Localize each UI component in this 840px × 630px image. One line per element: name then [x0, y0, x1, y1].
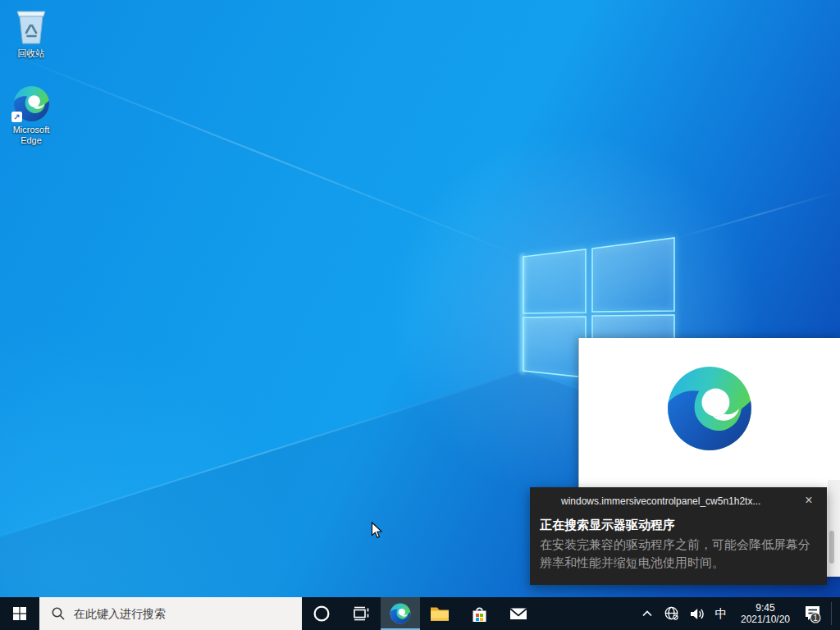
show-desktop-button[interactable] [834, 597, 840, 630]
file-explorer-icon [429, 603, 450, 624]
shortcut-arrow-icon: ↗ [11, 112, 22, 122]
light-ray [0, 49, 527, 259]
edge-logo-icon [666, 365, 753, 455]
light-ray [674, 190, 840, 240]
cortana-button[interactable] [302, 597, 341, 630]
logo-glow [521, 254, 524, 373]
ime-indicator[interactable]: 中 [709, 597, 733, 630]
close-icon[interactable]: × [801, 492, 817, 509]
search-input[interactable] [39, 597, 302, 630]
volume-button[interactable] [684, 597, 709, 630]
task-view-button[interactable] [341, 597, 381, 630]
notification-toast[interactable]: windows.immersivecontrolpanel_cw5n1h2tx.… [530, 487, 827, 585]
recycle-bin-icon [2, 5, 61, 46]
toast-app-name: windows.immersivecontrolpanel_cw5n1h2tx.… [561, 495, 760, 507]
speaker-icon [688, 605, 705, 623]
notification-badge: 1 [813, 614, 818, 623]
clock-time: 9:45 [756, 602, 774, 614]
edge-icon [390, 603, 411, 624]
scrollbar-track[interactable] [828, 480, 840, 577]
globe-network-icon [664, 605, 680, 622]
start-button[interactable] [0, 597, 39, 630]
microsoft-store-icon [469, 604, 490, 624]
desktop-icon-label: 回收站 [2, 48, 61, 59]
edge-icon: ↗ [2, 81, 61, 122]
windows-desktop: 回收站 ↗ Microsoft Edge windows.immersiveco… [0, 0, 840, 630]
taskbar-search-box[interactable] [39, 597, 302, 630]
taskbar-edge-button[interactable] [381, 597, 420, 630]
taskbar: 中 9:45 2021/10/20 1 [0, 597, 840, 630]
system-tray: 中 9:45 2021/10/20 1 [635, 597, 840, 630]
toast-title: 正在搜索显示器驱动程序 [540, 518, 675, 533]
chevron-up-icon [641, 607, 654, 620]
task-view-icon [351, 604, 371, 623]
action-center-button[interactable]: 1 [797, 597, 829, 630]
toast-body: 在安装完兼容的驱动程序之前，可能会降低屏幕分辨率和性能并缩短电池使用时间。 [540, 536, 819, 572]
taskbar-store-button[interactable] [459, 597, 499, 630]
clock-date: 2021/10/20 [741, 614, 790, 625]
windows-start-icon [12, 606, 27, 621]
taskbar-mail-button[interactable] [499, 597, 538, 630]
desktop-icon-microsoft-edge[interactable]: ↗ Microsoft Edge [2, 81, 61, 146]
network-status-button[interactable] [660, 597, 684, 630]
taskbar-separator [831, 602, 832, 625]
desktop-icon-label: Microsoft Edge [2, 125, 61, 146]
ime-label: 中 [715, 606, 728, 622]
tray-overflow-button[interactable] [635, 597, 660, 630]
desktop-icon-recycle-bin[interactable]: 回收站 [2, 5, 61, 59]
scrollbar-thumb[interactable] [829, 531, 834, 564]
action-center-icon: 1 [801, 601, 825, 626]
taskbar-clock[interactable]: 9:45 2021/10/20 [733, 597, 797, 630]
cortana-icon [313, 605, 331, 623]
mail-icon [508, 603, 529, 624]
taskbar-file-explorer-button[interactable] [420, 597, 459, 630]
